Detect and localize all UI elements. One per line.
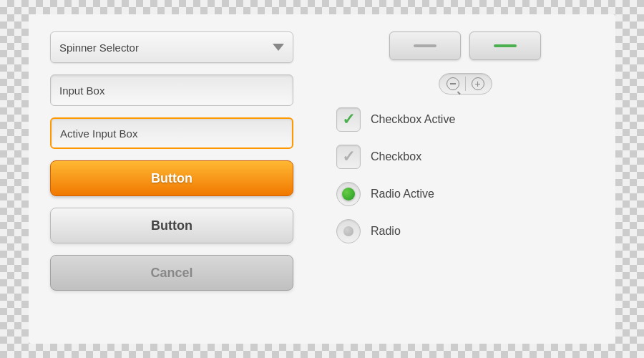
checkbox-active-row: ✓ Checkbox Active [336,107,594,132]
radio-active-dot-icon [342,188,355,200]
input-box-label: Input Box [59,84,104,97]
checkbox-active-label: Checkbox Active [371,113,455,126]
input-box[interactable]: Input Box [50,74,293,106]
checkbox-row: ✓ Checkbox [336,145,594,169]
radio-dot-icon [343,226,353,236]
radio[interactable] [336,219,361,243]
spinner-arrow-icon [273,44,284,51]
radio-active-label: Radio Active [371,188,434,200]
checkbox-label: Checkbox [371,150,421,163]
grey-button[interactable]: Button [50,208,293,243]
minus-line-icon [414,44,436,47]
checkmark-active-icon: ✓ [342,112,355,127]
active-input-box-label: Active Input Box [60,127,137,140]
cancel-button[interactable]: Cancel [50,255,293,291]
spinner-selector[interactable]: Spinner Selector [50,32,293,63]
active-input-box[interactable]: Active Input Box [50,117,293,149]
radio-label: Radio [371,225,401,238]
orange-button[interactable]: Button [50,160,293,196]
grey-button-label: Button [151,218,192,233]
zoom-row [336,73,594,95]
orange-button-label: Button [151,171,192,186]
checkmark-icon: ✓ [342,149,355,165]
left-column: Spinner Selector Input Box Active Input … [50,32,322,326]
minus-button[interactable] [389,32,461,60]
zoom-bar[interactable] [439,73,492,95]
zoom-out-icon [447,77,459,90]
checkbox-active[interactable]: ✓ [336,107,361,132]
top-buttons-row [336,32,594,60]
radio-row: Radio [336,219,594,243]
radio-active-row: Radio Active [336,182,594,206]
zoom-in-icon [472,77,484,90]
active-indicator-button[interactable] [469,32,541,60]
right-column: ✓ Checkbox Active ✓ Checkbox Radio Activ… [322,32,594,326]
cancel-button-label: Cancel [150,266,192,281]
main-container: Spinner Selector Input Box Active Input … [29,14,615,344]
radio-active[interactable] [336,182,361,206]
zoom-divider [465,77,466,91]
spinner-label: Spinner Selector [59,42,273,54]
checkbox[interactable]: ✓ [336,145,361,169]
active-line-icon [494,44,517,47]
